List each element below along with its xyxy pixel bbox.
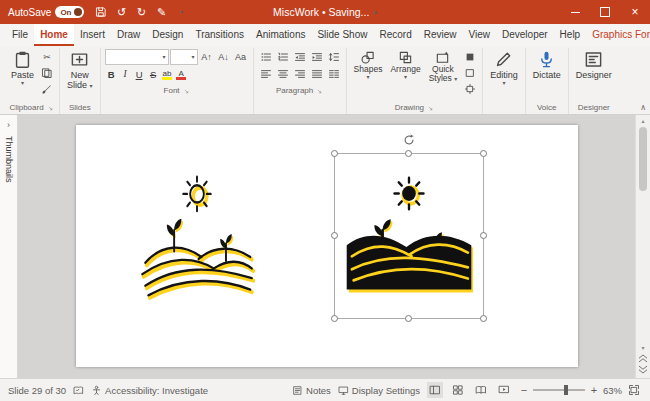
zoom-level[interactable]: 63%: [603, 385, 622, 396]
shape-effects-button[interactable]: [462, 81, 478, 96]
resize-handle-right[interactable]: [480, 232, 487, 239]
numbering-button[interactable]: [275, 49, 291, 64]
slide-indicator[interactable]: Slide 29 of 30: [8, 385, 66, 396]
zoom-slider[interactable]: [533, 389, 585, 391]
zoom-slider-knob[interactable]: [564, 385, 568, 395]
close-button[interactable]: ×: [620, 0, 650, 24]
tab-file[interactable]: File: [6, 24, 34, 46]
increase-indent-button[interactable]: [309, 49, 325, 64]
vertical-scrollbar[interactable]: ▴ ▾: [635, 115, 650, 378]
tab-draw[interactable]: Draw: [111, 24, 146, 46]
zoom-in-button[interactable]: +: [589, 384, 599, 396]
tab-review[interactable]: Review: [418, 24, 463, 46]
tab-insert[interactable]: Insert: [74, 24, 111, 46]
line-spacing-button[interactable]: [326, 49, 342, 64]
notes-button[interactable]: Notes: [292, 385, 331, 396]
slide-show-button[interactable]: [496, 382, 512, 398]
slide[interactable]: [76, 125, 578, 367]
justify-button[interactable]: [309, 66, 325, 81]
next-slide-button[interactable]: [637, 364, 649, 376]
bold-button[interactable]: B: [105, 67, 118, 81]
dialog-launcher-icon[interactable]: [183, 88, 190, 95]
dialog-launcher-icon[interactable]: [427, 105, 434, 112]
format-painter-button[interactable]: [39, 81, 55, 96]
dictate-button[interactable]: Dictate: [530, 49, 564, 81]
selection-box[interactable]: [334, 153, 484, 319]
normal-view-button[interactable]: [427, 382, 443, 398]
autosave-switch[interactable]: On: [55, 6, 84, 18]
bullets-button[interactable]: [258, 49, 274, 64]
undo-button[interactable]: ↺: [112, 2, 130, 22]
scroll-down-button[interactable]: ▾: [641, 344, 644, 352]
tab-design[interactable]: Design: [146, 24, 189, 46]
resize-handle-bottom-right[interactable]: [480, 315, 487, 322]
reading-view-button[interactable]: [473, 382, 489, 398]
underline-button[interactable]: U: [133, 67, 146, 81]
slide-canvas[interactable]: [18, 115, 635, 378]
shape-fill-button[interactable]: [462, 49, 478, 64]
spelling-button[interactable]: [73, 385, 84, 396]
font-color-button[interactable]: A: [175, 67, 188, 81]
designer-button[interactable]: Designer: [573, 49, 615, 81]
editing-button[interactable]: Editing ▾: [487, 49, 521, 87]
farm-graphic-selected[interactable]: [345, 175, 473, 297]
arrange-button[interactable]: Arrange ▾: [387, 49, 423, 81]
paste-button[interactable]: Paste ▾: [8, 49, 37, 87]
shapes-button[interactable]: Shapes ▾: [351, 49, 386, 81]
expand-thumbnails-icon[interactable]: ›: [7, 120, 10, 130]
dialog-launcher-icon[interactable]: [316, 88, 323, 95]
font-name-input[interactable]: ▾: [105, 49, 169, 65]
slide-sorter-view-button[interactable]: [450, 382, 466, 398]
align-center-button[interactable]: [275, 66, 291, 81]
ink-button[interactable]: ✎: [152, 2, 170, 22]
columns-button[interactable]: [326, 66, 342, 81]
font-size-input[interactable]: ▾: [170, 49, 198, 65]
resize-handle-bottom-left[interactable]: [331, 315, 338, 322]
resize-handle-top[interactable]: [405, 150, 412, 157]
tab-home[interactable]: Home: [34, 24, 74, 46]
tab-record[interactable]: Record: [373, 24, 417, 46]
resize-handle-top-right[interactable]: [480, 150, 487, 157]
tab-transitions[interactable]: Transitions: [189, 24, 250, 46]
quick-styles-button[interactable]: Quick Styles ▾: [426, 49, 461, 85]
collapse-ribbon-button[interactable]: ∧: [640, 103, 646, 112]
tab-slide-show[interactable]: Slide Show: [311, 24, 373, 46]
tab-view[interactable]: View: [463, 24, 497, 46]
qat-customize-button[interactable]: ▾: [172, 2, 190, 22]
restore-button[interactable]: [590, 0, 620, 24]
shape-outline-button[interactable]: [462, 65, 478, 80]
align-left-button[interactable]: [258, 66, 274, 81]
accessibility-checker[interactable]: Accessibility: Investigate: [91, 385, 208, 396]
tab-developer[interactable]: Developer: [496, 24, 554, 46]
copy-button[interactable]: [39, 65, 55, 80]
display-settings-button[interactable]: Display Settings: [338, 385, 420, 396]
resize-handle-left[interactable]: [331, 232, 338, 239]
previous-slide-button[interactable]: [637, 352, 649, 364]
text-highlight-button[interactable]: ab: [161, 67, 174, 81]
italic-button[interactable]: I: [119, 67, 132, 81]
tab-help[interactable]: Help: [554, 24, 587, 46]
autosave-toggle[interactable]: AutoSave On: [8, 6, 84, 18]
save-button[interactable]: [92, 2, 110, 22]
strikethrough-button[interactable]: S: [147, 67, 160, 81]
resize-handle-top-left[interactable]: [331, 150, 338, 157]
resize-handle-bottom[interactable]: [405, 315, 412, 322]
change-case-button[interactable]: Aa: [233, 50, 249, 65]
thumbnails-pane[interactable]: › Thumbnails: [0, 115, 18, 378]
zoom-out-button[interactable]: −: [519, 384, 529, 396]
dialog-launcher-icon[interactable]: [47, 105, 54, 112]
tab-graphics-format[interactable]: Graphics Format: [586, 24, 650, 46]
cut-button[interactable]: ✂: [39, 49, 55, 64]
redo-button[interactable]: ↻: [132, 2, 150, 22]
scrollbar-thumb[interactable]: [639, 127, 647, 191]
rotate-handle[interactable]: [402, 133, 416, 147]
document-title[interactable]: MiscWork • Saving... ▾: [273, 6, 377, 18]
grow-font-button[interactable]: A↑: [199, 50, 215, 65]
shrink-font-button[interactable]: A↓: [216, 50, 232, 65]
tab-animations[interactable]: Animations: [250, 24, 311, 46]
scroll-up-button[interactable]: ▴: [641, 117, 644, 125]
new-slide-button[interactable]: New Slide ▾: [64, 49, 96, 92]
fit-slide-button[interactable]: [626, 382, 642, 398]
farm-graphic-outline[interactable]: [136, 169, 258, 303]
decrease-indent-button[interactable]: [292, 49, 308, 64]
